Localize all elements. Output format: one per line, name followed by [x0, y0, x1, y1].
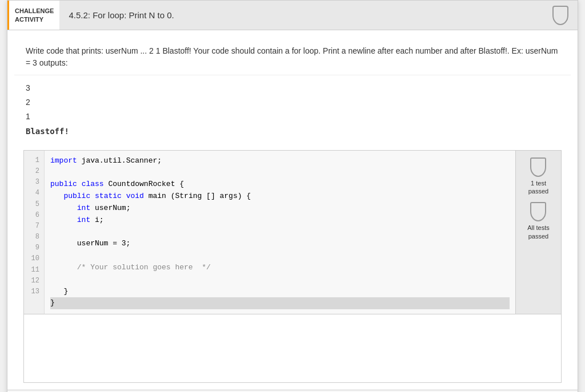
output-line-2: 2: [26, 95, 559, 110]
bottom-bar: Run: [7, 390, 578, 392]
editor-section: 1 2 3 4 5 6 7 8 9 10 11 12 13 impor: [24, 151, 515, 314]
output-line-1: 3: [26, 81, 559, 95]
header-shield-icon: [550, 5, 571, 26]
header: CHALLENGE ACTIVITY 4.5.2: For loop: Prin…: [7, 1, 578, 30]
badge-text: CHALLENGE ACTIVITY: [15, 7, 54, 23]
code-content[interactable]: import java.util.Scanner; public class C…: [45, 151, 515, 314]
test-result-2: All testspassed: [527, 202, 550, 240]
test-result-1: 1 testpassed: [528, 157, 548, 196]
header-title: 4.5.2: For loop: Print N to 0.: [59, 10, 550, 20]
line-numbers: 1 2 3 4 5 6 7 8 9 10 11 12 13: [24, 151, 45, 314]
code-editor[interactable]: 1 2 3 4 5 6 7 8 9 10 11 12 13 impor: [24, 151, 515, 314]
output-line-3: 1: [26, 110, 559, 124]
test-shield-1: [530, 157, 546, 177]
shield-shape: [552, 6, 568, 25]
main-container: CHALLENGE ACTIVITY 4.5.2: For loop: Prin…: [7, 0, 578, 392]
output-line-4: Blastoff!: [26, 124, 559, 139]
output-area: [23, 314, 562, 383]
test-label-1: 1 testpassed: [528, 179, 548, 196]
challenge-activity-badge: CHALLENGE ACTIVITY: [7, 1, 59, 30]
example-output: 3 2 1 Blastoff!: [14, 75, 571, 150]
description-wrapper: Write code that prints: userNum ... 2 1 …: [7, 30, 578, 390]
description-text: Write code that prints: userNum ... 2 1 …: [14, 36, 571, 75]
test-label-2: All testspassed: [527, 224, 550, 240]
editor-wrapper: 1 2 3 4 5 6 7 8 9 10 11 12 13 impor: [23, 150, 562, 314]
side-panel: 1 testpassed All testspassed: [515, 151, 561, 314]
test-shield-2: [530, 202, 546, 221]
